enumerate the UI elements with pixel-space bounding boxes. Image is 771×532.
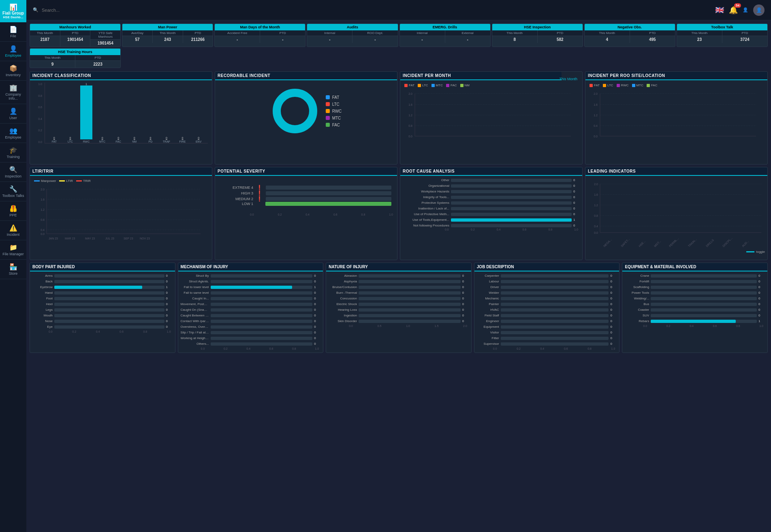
leading-indicators-chart: 2.0 1.6 1.2 0.8 0.4 0.0 <box>588 180 765 245</box>
rc-track <box>451 218 572 222</box>
hbar-label: Others... <box>181 342 209 346</box>
hbar-row: Coaster 0 <box>625 308 765 312</box>
notification-bell[interactable]: 🔔 54 <box>729 6 738 15</box>
language-flag[interactable]: 🇬🇧 <box>715 6 724 15</box>
stat-col: Ave/Day 57 <box>122 30 153 43</box>
stat-card-7: Toolbox Talk This Month 23 PTD 3724 <box>677 24 768 47</box>
stat-card-4: EMERG. Drills Internal - External - <box>399 24 491 47</box>
rc-track <box>451 201 572 205</box>
sidebar-item-store[interactable]: 🏪 Store <box>0 260 26 279</box>
sidebar-label: Toolbox Talks <box>2 194 24 198</box>
stat-col-value: 9 <box>30 61 75 68</box>
stat-col: PTD 3724 <box>722 30 767 43</box>
sidebar-item-inventory[interactable]: 📦 Inventory <box>0 61 26 81</box>
hbar-track <box>501 303 609 306</box>
hbar-track <box>359 274 461 278</box>
hbar-row: Rebars 1 <box>625 319 765 323</box>
hbar-row: Driver 0 <box>477 285 617 289</box>
sidebar-item-inspection[interactable]: 🔍 Inspection <box>0 162 26 182</box>
hbar-label: Back <box>32 280 53 283</box>
sidebar-item-training[interactable]: 🎓 Training <box>0 143 26 162</box>
incident-per-roo-card: INCIDENT PER ROO SITE/LOCATION FAT LTC R… <box>585 71 768 165</box>
stat-card-1: Man Power Ave/Day 57 This Month 243 PTD … <box>122 24 213 47</box>
rc-label: Other <box>403 178 449 182</box>
stat-col: PTD 2223 <box>75 55 120 68</box>
hbar-value: 0 <box>610 319 617 323</box>
ipm-legend-FAC: FAC <box>446 83 457 87</box>
hbar-label: Heel <box>32 302 53 306</box>
rc-label: Integrity of Tools... <box>403 195 449 199</box>
legend-dot <box>326 95 330 99</box>
app-logo[interactable]: 📊 Fiali Group HSE Dashb... <box>0 0 26 22</box>
hbar-label: Coaster <box>625 308 649 312</box>
hbar-row: Engineer 0 <box>477 319 617 323</box>
hbar-track <box>651 308 757 312</box>
sidebar-item-employee[interactable]: 👤 Employee <box>0 42 26 61</box>
hbar-row: Painter 0 <box>477 302 617 306</box>
stat-col: Internal - <box>307 30 352 43</box>
hbar-track <box>54 286 164 289</box>
topbar: 🔍 🇬🇧 🔔 54 👤 👤 <box>26 0 771 20</box>
search-container: 🔍 <box>33 7 98 13</box>
job-description-card: JOB DESCRIPTION Carpenter 0 Labour 0 Dri… <box>474 263 620 353</box>
sidebar-label: File Manager <box>2 252 24 256</box>
rc-label: Organizational <box>403 184 449 188</box>
ltir-legend-Manpower: Manpower <box>34 179 56 183</box>
rc-row-Integrity of Tools...: Integrity of Tools... 0 <box>403 195 580 199</box>
hbar-row: SUV 0 <box>625 314 765 317</box>
hbar-track <box>651 320 757 323</box>
svg-text:JAN 23: JAN 23 <box>49 237 58 240</box>
hbar-row: Caught On (Snagged, Iru... 0 <box>181 308 321 312</box>
hbar-value: 0 <box>462 297 469 300</box>
sidebar-item-incident[interactable]: ⚠️ Incident <box>0 221 26 240</box>
rc-label: Protective Systems <box>403 201 449 205</box>
sidebar-item-company_info...[interactable]: 🏢 Company Info... <box>0 81 26 104</box>
stat-col: Internal - <box>400 30 445 43</box>
svg-text:2.0: 2.0 <box>408 92 412 95</box>
user-profile-icon[interactable]: 👤 <box>743 7 748 13</box>
hbar-label: Welder <box>477 291 499 295</box>
stat-col: This Month 23 <box>677 30 722 43</box>
hbar-label: Carpenter <box>477 274 499 278</box>
stat-col-value: 57 <box>122 36 152 43</box>
hbar-row: Ingestion 0 <box>329 314 469 317</box>
hbar-label: Slip / Trip / Fall at the sa... <box>181 331 209 334</box>
sidebar-item-toolbox_talks[interactable]: 🔧 Toolbox Talks <box>0 182 26 201</box>
sev-track <box>266 197 391 201</box>
sidebar-label: Employee <box>5 53 21 58</box>
main-content: 🔍 🇬🇧 🔔 54 👤 👤 Manhours Worked This Month… <box>26 0 771 532</box>
sev-label: LOW 1 <box>221 202 253 206</box>
sidebar-icon: 📁 <box>9 244 17 251</box>
hbar-row: Skin Disorder 0 <box>329 319 469 323</box>
rc-track <box>451 179 572 182</box>
stat-col-label: This Month <box>153 30 183 36</box>
legend-item-RWC: RWC <box>326 109 342 113</box>
donut-chart <box>271 87 319 135</box>
hbar-value: 0 <box>314 280 320 283</box>
rc-row-Other: Other 0 <box>403 178 580 182</box>
hbar-track <box>211 342 313 346</box>
hbar-value: 0 <box>610 314 617 317</box>
stat-col-value: 4 <box>585 36 630 43</box>
sidebar-item-employee[interactable]: 👥 Employee <box>0 124 26 143</box>
svg-text:0.8: 0.8 <box>594 214 598 217</box>
sidebar-item-file[interactable]: 📄 File <box>0 22 26 42</box>
sidebar-item-user[interactable]: 👤 User <box>0 104 26 124</box>
rc-row-Inattention / Lack of...: Inattention / Lack of... 0 <box>403 207 580 210</box>
hbar-row: Burn -Thermal 0 <box>329 291 469 295</box>
rc-row-Use of Protective Meth...: Use of Protective Meth... 0 <box>403 212 580 216</box>
hbar-value: 0 <box>610 280 617 283</box>
sidebar-item-file_manager[interactable]: 📁 File Manager <box>0 240 26 260</box>
root-cause-title: ROOT CAUSE ANALYSIS <box>400 167 582 176</box>
hbar-track <box>54 291 164 295</box>
hbar-label: Struct Agknts. <box>181 280 209 283</box>
hbar-row: Eye 0 <box>32 325 173 329</box>
recordable-incident-card: RECORDABLE INCIDENT FAT LTC RWC MTC FAC <box>215 71 397 165</box>
severity-row-LOW 1: LOW 1 <box>221 202 391 206</box>
sidebar-item-ppe[interactable]: 🦺 PPE <box>0 201 26 221</box>
legend-item-MTC: MTC <box>326 116 342 120</box>
search-input[interactable] <box>42 8 98 13</box>
hbar-value: 0 <box>610 342 617 346</box>
avatar[interactable]: 👤 <box>753 4 765 16</box>
hbar-value: 1 <box>166 285 173 289</box>
